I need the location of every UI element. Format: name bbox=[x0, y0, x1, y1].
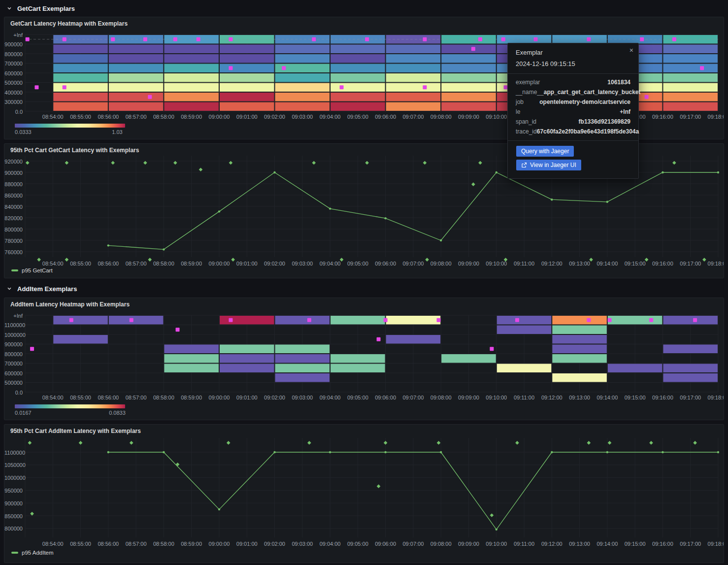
heatmap-cell[interactable] bbox=[275, 54, 330, 63]
data-point[interactable] bbox=[329, 451, 331, 453]
heatmap-cell[interactable] bbox=[331, 45, 385, 54]
heatmap-cell[interactable] bbox=[331, 354, 385, 363]
heatmap-cell[interactable] bbox=[663, 364, 718, 373]
heatmap-cell[interactable] bbox=[164, 354, 219, 363]
heatmap-cell[interactable] bbox=[441, 64, 496, 73]
heatmap-cell[interactable] bbox=[441, 354, 496, 363]
exemplar-marker[interactable] bbox=[176, 328, 180, 332]
heatmap-cell[interactable] bbox=[663, 373, 718, 382]
exemplar-marker[interactable] bbox=[148, 95, 152, 99]
exemplar-marker[interactable] bbox=[377, 337, 381, 341]
close-icon[interactable]: × bbox=[629, 47, 633, 54]
exemplar-diamond[interactable] bbox=[608, 441, 612, 445]
data-point[interactable] bbox=[496, 171, 497, 173]
heatmap-cell[interactable] bbox=[220, 73, 274, 82]
heatmap-cell[interactable] bbox=[220, 45, 274, 54]
heatmap-cell[interactable] bbox=[663, 73, 718, 82]
heatmap-cell[interactable] bbox=[663, 316, 718, 325]
exemplar-diamond[interactable] bbox=[672, 161, 676, 165]
exemplar-diamond[interactable] bbox=[307, 441, 311, 445]
exemplar-marker[interactable] bbox=[130, 318, 133, 322]
heatmap-cell[interactable] bbox=[386, 73, 441, 82]
heatmap-cell[interactable] bbox=[386, 335, 441, 344]
exemplar-diamond[interactable] bbox=[377, 484, 381, 488]
exemplar-marker[interactable] bbox=[490, 347, 494, 351]
data-point[interactable] bbox=[163, 451, 165, 453]
exemplar-marker[interactable] bbox=[229, 37, 232, 41]
exemplar-marker[interactable] bbox=[173, 37, 177, 41]
exemplar-diamond[interactable] bbox=[693, 441, 697, 445]
data-point[interactable] bbox=[273, 451, 275, 453]
exemplar-diamond[interactable] bbox=[229, 161, 233, 165]
heatmap-cell[interactable] bbox=[164, 364, 219, 373]
heatmap-cell[interactable] bbox=[220, 93, 274, 101]
data-point[interactable] bbox=[717, 451, 719, 453]
heatmap-cell[interactable] bbox=[53, 64, 108, 73]
data-point[interactable] bbox=[606, 451, 608, 453]
exemplar-marker[interactable] bbox=[229, 318, 232, 322]
heatmap-cell[interactable] bbox=[386, 93, 441, 101]
exemplar-marker[interactable] bbox=[587, 37, 591, 41]
heatmap-cell[interactable] bbox=[386, 102, 441, 111]
heatmap-cell[interactable] bbox=[220, 64, 274, 73]
heatmap-cell[interactable] bbox=[53, 335, 108, 344]
heatmap-cell[interactable] bbox=[164, 64, 219, 73]
heatmap-cell[interactable] bbox=[109, 102, 164, 111]
legend-p95-additem[interactable]: p95 AddItem bbox=[11, 550, 54, 556]
exemplar-diamond[interactable] bbox=[515, 441, 519, 445]
exemplar-marker[interactable] bbox=[63, 85, 66, 89]
exemplar-marker[interactable] bbox=[693, 318, 697, 322]
heatmap-cell[interactable] bbox=[552, 373, 607, 382]
heatmap-cell[interactable] bbox=[441, 54, 496, 63]
exemplar-diamond[interactable] bbox=[437, 441, 441, 445]
heatmap-cell[interactable] bbox=[164, 345, 219, 354]
data-point[interactable] bbox=[218, 210, 220, 212]
heatmap-cell[interactable] bbox=[109, 83, 164, 92]
heatmap-cell[interactable] bbox=[164, 73, 219, 82]
heatmap-cell[interactable] bbox=[220, 83, 274, 92]
heatmap-cell[interactable] bbox=[331, 102, 385, 111]
exemplar-diamond[interactable] bbox=[26, 161, 30, 165]
heatmap-cell[interactable] bbox=[53, 93, 108, 101]
exemplar-marker[interactable] bbox=[608, 318, 612, 322]
heatmap-cell[interactable] bbox=[552, 316, 607, 325]
exemplar-marker[interactable] bbox=[30, 347, 34, 351]
heatmap-cell[interactable] bbox=[164, 54, 219, 63]
heatmap-cell[interactable] bbox=[552, 345, 607, 354]
heatmap-cell[interactable] bbox=[552, 354, 607, 363]
exemplar-marker[interactable] bbox=[111, 37, 115, 41]
exemplar-diamond[interactable] bbox=[65, 161, 69, 165]
heatmap-cell[interactable] bbox=[275, 45, 330, 54]
heatmap-cell[interactable] bbox=[441, 45, 496, 54]
exemplar-diamond[interactable] bbox=[28, 441, 32, 445]
heatmap-cell[interactable] bbox=[53, 102, 108, 111]
view-in-jaeger-button[interactable]: View in Jaeger UI bbox=[516, 160, 581, 170]
heatmap-cell[interactable] bbox=[220, 54, 274, 63]
exemplar-marker[interactable] bbox=[229, 66, 232, 70]
heatmap-cell[interactable] bbox=[275, 345, 330, 354]
exemplar-marker[interactable] bbox=[197, 37, 200, 41]
exemplar-marker[interactable] bbox=[143, 37, 147, 41]
heatmap-cell[interactable] bbox=[109, 316, 164, 325]
heatmap-cell[interactable] bbox=[552, 335, 607, 344]
section-row-getcart[interactable]: GetCart Exemplars bbox=[4, 2, 75, 14]
additem-latency-chart[interactable]: 1100000105000010000009500009000008500008… bbox=[4, 425, 724, 563]
exemplar-marker[interactable] bbox=[672, 37, 676, 41]
exemplar-marker[interactable] bbox=[700, 66, 704, 70]
heatmap-cell[interactable] bbox=[386, 83, 441, 92]
heatmap-cell[interactable] bbox=[663, 45, 718, 54]
data-point[interactable] bbox=[329, 207, 331, 209]
heatmap-cell[interactable] bbox=[331, 93, 385, 101]
section-row-additem[interactable]: AddItem Exemplars bbox=[4, 283, 77, 295]
heatmap-cell[interactable] bbox=[331, 54, 385, 63]
exemplar-diamond[interactable] bbox=[173, 161, 177, 165]
exemplar-diamond[interactable] bbox=[30, 512, 34, 516]
exemplar-marker[interactable] bbox=[34, 85, 38, 89]
heatmap-cell[interactable] bbox=[275, 373, 330, 382]
exemplar-marker[interactable] bbox=[26, 37, 30, 41]
exemplar-diamond[interactable] bbox=[649, 441, 653, 445]
heatmap-cell[interactable] bbox=[53, 83, 108, 92]
exemplar-marker[interactable] bbox=[501, 37, 505, 41]
heatmap-cell[interactable] bbox=[220, 102, 274, 111]
legend-label[interactable]: p95 AddItem bbox=[22, 550, 54, 556]
